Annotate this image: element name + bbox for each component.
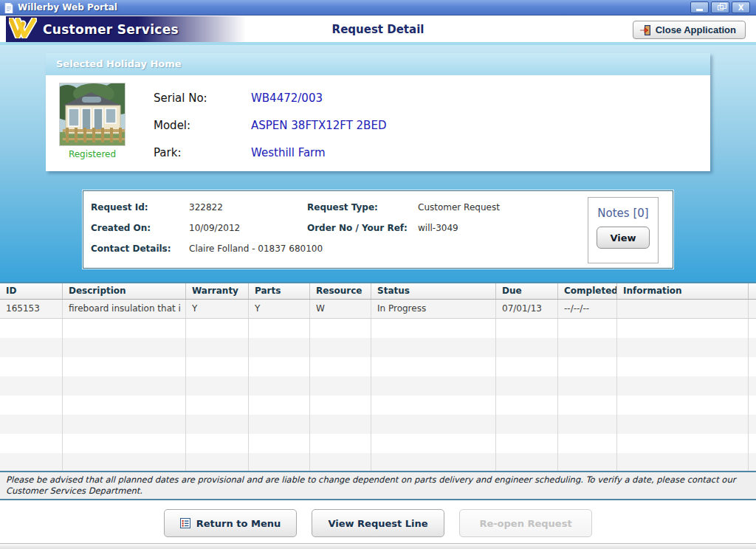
column-header-due[interactable]: Due	[496, 283, 558, 299]
serial-no-row: Serial No: WB4472/003	[154, 90, 386, 106]
column-header-warranty[interactable]: Warranty	[186, 283, 249, 299]
column-header-description[interactable]: Description	[63, 283, 186, 299]
close-application-button[interactable]: Close Application	[633, 21, 746, 39]
cell-status: In Progress	[371, 300, 496, 318]
application-window: Willerby Web Portal X Customer Services …	[0, 0, 756, 549]
notes-view-button[interactable]: View	[597, 227, 650, 249]
selected-holiday-home-panel: Selected Holiday Home	[46, 53, 710, 171]
request-id-value: 322822	[189, 201, 223, 213]
provisional-dates-notice: Please be advised that all planned dates…	[0, 471, 756, 500]
request-type-label: Request Type:	[307, 201, 418, 213]
holiday-home-section-title: Selected Holiday Home	[46, 53, 710, 75]
app-header: Customer Services Request Detail Close A…	[0, 16, 756, 42]
cell-information	[617, 300, 749, 318]
contact-details-label: Contact Details:	[91, 243, 189, 255]
view-request-line-label: View Request Line	[328, 518, 427, 529]
order-no-value: will-3049	[418, 222, 458, 234]
table-row[interactable]: 165153 fireboard insulation that i Y Y W…	[0, 300, 756, 319]
park-row: Park: Westhill Farm	[154, 145, 386, 161]
request-id-label: Request Id:	[91, 201, 189, 213]
created-on-row: Created On: 10/09/2012	[91, 222, 240, 234]
request-id-row: Request Id: 322822	[91, 201, 223, 213]
table-header-row: ID Description Warranty Parts Resource S…	[0, 283, 756, 300]
cell-resource: W	[310, 300, 371, 318]
column-header-completed[interactable]: Completed	[558, 283, 617, 299]
model-row: Model: ASPEN 38FTX12FT 2BED	[154, 117, 386, 134]
notes-count-label: Notes [0]	[588, 207, 658, 220]
cell-completed: --/--/--	[558, 300, 617, 318]
created-on-value: 10/09/2012	[189, 222, 240, 234]
menu-list-icon	[180, 518, 190, 528]
column-header-filler	[749, 283, 756, 299]
return-to-menu-label: Return to Menu	[196, 518, 281, 529]
request-lines-table: ID Description Warranty Parts Resource S…	[0, 283, 756, 471]
willerby-logo-icon	[9, 18, 37, 41]
cell-parts: Y	[249, 300, 310, 318]
restore-button[interactable]	[711, 1, 729, 13]
minimize-button[interactable]	[690, 1, 709, 13]
cell-filler	[749, 300, 756, 318]
column-header-information[interactable]: Information	[617, 283, 749, 299]
contact-details-value: Claire Folland - 01837 680100	[189, 243, 323, 255]
notes-box: Notes [0] View	[588, 197, 659, 263]
column-header-parts[interactable]: Parts	[249, 283, 310, 299]
holiday-home-photo	[59, 83, 126, 146]
request-type-row: Request Type: Customer Request	[307, 201, 500, 213]
holiday-home-body: Registered Serial No: WB4472/003 Model: …	[46, 75, 710, 171]
view-request-line-button[interactable]: View Request Line	[312, 509, 444, 537]
serial-no-label: Serial No:	[154, 90, 251, 106]
model-value: ASPEN 38FTX12FT 2BED	[251, 117, 386, 134]
brand-title: Customer Services	[43, 22, 179, 37]
request-type-value: Customer Request	[418, 201, 500, 213]
contact-details-row: Contact Details: Claire Folland - 01837 …	[91, 243, 323, 255]
return-to-menu-button[interactable]: Return to Menu	[164, 509, 297, 537]
status-bar	[0, 543, 756, 549]
table-body: 165153 fireboard insulation that i Y Y W…	[0, 300, 756, 471]
document-icon	[4, 2, 13, 16]
order-no-label: Order No / Your Ref:	[307, 222, 418, 234]
order-no-row: Order No / Your Ref: will-3049	[307, 222, 458, 234]
serial-no-value: WB4472/003	[251, 90, 323, 106]
request-details-panel: Request Id: 322822 Created On: 10/09/201…	[83, 190, 673, 269]
close-application-label: Close Application	[656, 24, 736, 35]
window-controls: X	[690, 1, 750, 13]
model-label: Model:	[154, 117, 251, 134]
registered-badge: Registered	[59, 149, 126, 159]
park-label: Park:	[154, 145, 251, 161]
cell-id: 165153	[0, 300, 63, 318]
brand-banner: Customer Services	[6, 16, 419, 42]
window-title: Willerby Web Portal	[18, 2, 117, 13]
title-bar: Willerby Web Portal X	[0, 0, 756, 15]
created-on-label: Created On:	[91, 222, 189, 234]
column-header-resource[interactable]: Resource	[310, 283, 371, 299]
reopen-request-label: Re-open Request	[479, 518, 571, 529]
close-icon: X	[738, 4, 744, 12]
holiday-home-fields: Serial No: WB4472/003 Model: ASPEN 38FTX…	[154, 90, 386, 172]
cell-description: fireboard insulation that i	[63, 300, 186, 318]
reopen-request-button[interactable]: Re-open Request	[459, 509, 592, 537]
close-button[interactable]: X	[732, 1, 750, 13]
column-header-status[interactable]: Status	[371, 283, 496, 299]
park-value: Westhill Farm	[251, 145, 326, 161]
footer-bar: Return to Menu View Request Line Re-open…	[0, 500, 756, 543]
cell-warranty: Y	[186, 300, 249, 318]
column-header-id[interactable]: ID	[0, 283, 63, 299]
exit-door-icon	[639, 24, 651, 36]
minimize-icon	[696, 9, 703, 11]
restore-icon	[718, 5, 724, 10]
cell-due: 07/01/13	[496, 300, 558, 318]
